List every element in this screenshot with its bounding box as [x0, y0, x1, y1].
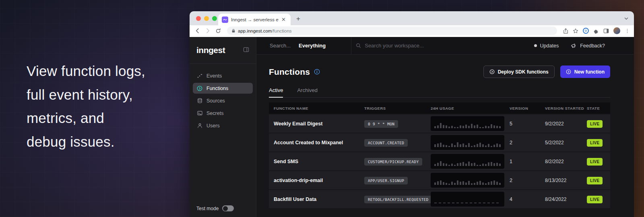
- share-icon[interactable]: [563, 28, 568, 34]
- address-bar[interactable]: app.inngest.com/functions: [227, 27, 557, 35]
- new-function-button[interactable]: New function: [560, 66, 610, 78]
- usage-bar: [454, 183, 456, 185]
- usage-bar: [437, 181, 439, 185]
- search-scope[interactable]: Everything: [299, 43, 326, 49]
- usage-bar: [446, 183, 447, 185]
- version-started-date: 8/2/2022: [545, 159, 587, 164]
- usage-sparkline-chart: [431, 135, 504, 150]
- table-row[interactable]: activation-drip-emailAPP/USER.SIGNUP28/1…: [269, 171, 610, 189]
- usage-bar: [477, 125, 478, 128]
- forward-icon[interactable]: [205, 28, 211, 34]
- sidebar: inngest EventsFunctionsSourcesSecretsUse…: [190, 37, 256, 217]
- profile-avatar[interactable]: [613, 27, 620, 34]
- usage-bar: [454, 127, 456, 128]
- usage-bar: [434, 182, 436, 185]
- collapse-sidebar-icon[interactable]: [243, 47, 249, 54]
- workspace-topbar: Search... Everything Search your workspa…: [256, 37, 634, 55]
- version-value: 5: [510, 121, 545, 127]
- usage-bar: [457, 163, 458, 166]
- browser-tab[interactable]: Inngest → serverless event-dri ✕: [218, 14, 291, 25]
- workspace-search-input[interactable]: Search your workspace...: [365, 43, 424, 49]
- info-icon[interactable]: [314, 69, 320, 75]
- usage-bar: [499, 126, 501, 128]
- usage-bar: [465, 182, 467, 185]
- sidebar-item-functions[interactable]: Functions: [193, 83, 253, 94]
- column-header: 24H USAGE: [431, 106, 510, 111]
- bookmark-star-icon[interactable]: [573, 28, 578, 34]
- table-row[interactable]: Send SMSCUSTOMER/PICKUP.READY18/2/2022LI…: [269, 152, 610, 170]
- tab-archived[interactable]: Archived: [297, 87, 318, 97]
- sidebar-logo-row: inngest: [190, 37, 256, 64]
- usage-bar: [471, 183, 473, 185]
- side-panel-icon[interactable]: [603, 28, 609, 34]
- usage-bar: [485, 183, 487, 185]
- password-extension-icon[interactable]: [583, 28, 589, 34]
- new-tab-button[interactable]: +: [296, 15, 300, 23]
- table-row[interactable]: Backfill User DataRETOOL/BACKFILL.REQUES…: [269, 190, 610, 208]
- secrets-icon: [197, 111, 202, 116]
- test-mode-label: Test mode: [196, 206, 219, 211]
- table-row[interactable]: Account Created to MixpanelACCOUNT.CREAT…: [269, 133, 610, 151]
- function-tabs: ActiveArchived: [269, 87, 610, 98]
- table-row[interactable]: Weekly Email Digest0 9 * * MON59/2/2022L…: [269, 115, 610, 133]
- tab-active[interactable]: Active: [269, 87, 283, 98]
- usage-bar: [499, 183, 501, 185]
- deploy-sdk-functions-button[interactable]: Deploy SDK functions: [483, 66, 555, 78]
- inngest-app: inngest EventsFunctionsSourcesSecretsUse…: [190, 37, 634, 217]
- usage-bar: [462, 126, 464, 128]
- usage-bar: [488, 182, 489, 185]
- close-window-button[interactable]: [196, 16, 201, 21]
- extensions-puzzle-icon[interactable]: [593, 28, 599, 34]
- usage-bar: [479, 165, 481, 166]
- sidebar-item-label: Events: [206, 73, 222, 79]
- tab-search-chevron-icon[interactable]: [624, 15, 629, 23]
- window-controls[interactable]: [196, 16, 217, 21]
- minimize-window-button[interactable]: [204, 16, 209, 21]
- usage-sparkline-chart: [431, 154, 504, 169]
- version-value: 2: [510, 140, 545, 145]
- usage-bar: [434, 164, 436, 166]
- hero-line: metrics, and: [27, 106, 145, 130]
- usage-bar: [448, 165, 450, 166]
- column-header: VERSION: [510, 106, 545, 111]
- usage-bar: [448, 184, 450, 185]
- browser-menu-icon[interactable]: ⋮: [625, 28, 630, 33]
- usage-bar: [479, 143, 481, 147]
- updates-link[interactable]: Updates: [540, 43, 559, 49]
- sidebar-item-label: Secrets: [206, 111, 223, 116]
- usage-bar: [491, 162, 492, 166]
- sidebar-item-events[interactable]: Events: [193, 70, 253, 81]
- usage-bar: [446, 125, 447, 128]
- trigger-badge: ACCOUNT.CREATED: [364, 139, 408, 147]
- functions-table: FUNCTION NAMETRIGGERS24H USAGEVERSIONVER…: [269, 102, 610, 208]
- usage-sparkline-chart: [431, 116, 504, 131]
- usage-bar: [477, 165, 478, 166]
- sidebar-item-users[interactable]: Users: [193, 120, 253, 131]
- refresh-icon[interactable]: [215, 28, 221, 34]
- sidebar-item-sources[interactable]: Sources: [193, 95, 253, 106]
- function-name: Send SMS: [274, 159, 364, 164]
- maximize-window-button[interactable]: [212, 16, 217, 21]
- usage-bar: [474, 183, 475, 185]
- sidebar-nav: EventsFunctionsSourcesSecretsUsers: [190, 64, 256, 133]
- search-icon: [356, 43, 361, 48]
- trigger-badge: RETOOL/BACKFILL.REQUESTED: [364, 196, 432, 203]
- sidebar-item-secrets[interactable]: Secrets: [193, 108, 253, 119]
- deploy-icon: [489, 69, 495, 74]
- usage-bar: [457, 142, 458, 147]
- usage-bar: [474, 125, 475, 128]
- version-started-date: 9/2/2022: [545, 121, 587, 127]
- usage-bar: [468, 162, 470, 166]
- test-mode-toggle[interactable]: [222, 205, 234, 211]
- usage-bar: [460, 163, 461, 166]
- usage-bar: [482, 144, 484, 147]
- back-icon[interactable]: [194, 28, 200, 34]
- feedback-link[interactable]: Feedback?: [571, 43, 605, 49]
- usage-bar: [454, 145, 456, 147]
- usage-bar: [440, 161, 442, 166]
- inngest-favicon-icon: [222, 16, 228, 23]
- search-label[interactable]: Search...: [270, 43, 291, 49]
- new-function-icon: [566, 69, 571, 74]
- usage-bar: [488, 144, 489, 147]
- tab-close-icon[interactable]: ✕: [281, 17, 286, 22]
